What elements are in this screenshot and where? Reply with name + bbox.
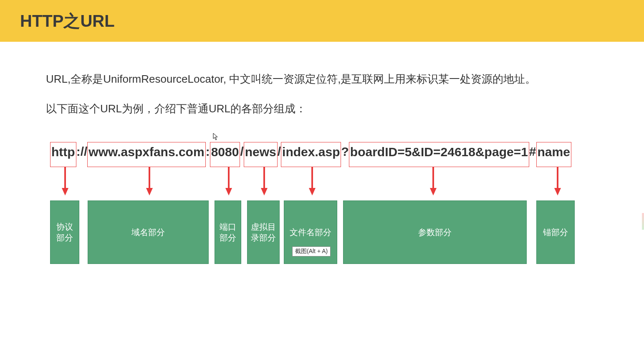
svg-marker-7 [261,188,268,195]
label-text: 协议 部分 [56,221,73,243]
svg-marker-5 [225,188,232,195]
url-protocol-box: http [50,142,76,167]
url-sep-slash2: / [278,142,281,167]
label-text: 虚拟目 录部分 [251,221,276,243]
label-text: 域名部分 [131,227,165,238]
header-bar: HTTP之URL [0,0,644,42]
url-sep-qmark: ? [341,142,349,167]
right-edge-accent [642,213,644,230]
screenshot-tooltip: 截图(Alt + A) [292,246,331,256]
url-anchor-box: name [536,142,571,167]
arrow-icon [261,167,268,196]
arrow-icon [225,167,232,196]
label-protocol: 协议 部分 [50,200,79,264]
label-text: 文件名部分 [290,227,331,238]
label-row: 协议 部分 域名部分 端口 部分 虚拟目 录部分 文件名部分 参数部分 锚部分 … [46,200,598,264]
url-sep-hash: # [529,142,536,167]
url-diagram: http://www.aspxfans.com:8080/news/index.… [46,142,598,264]
label-path: 虚拟目 录部分 [247,200,280,264]
url-sep-slash1: / [240,142,243,167]
url-sep-scheme: :// [76,142,88,167]
description-2: 以下面这个URL为例，介绍下普通URL的各部分组成： [46,101,598,117]
content-area: URL,全称是UniformResourceLocator, 中文叫统一资源定位… [0,42,644,264]
url-query-box: boardID=5&ID=24618&page=1 [349,142,529,167]
arrow-row [46,167,598,200]
label-text: 端口 部分 [220,221,236,243]
svg-marker-1 [62,188,68,195]
label-domain: 域名部分 [88,200,209,264]
label-port: 端口 部分 [215,200,241,264]
url-string: http://www.aspxfans.com:8080/news/index.… [50,142,598,167]
url-file-box: index.asp [281,142,341,167]
svg-marker-9 [309,188,316,195]
description-1: URL,全称是UniformResourceLocator, 中文叫统一资源定位… [46,71,598,87]
page-title: HTTP之URL [20,10,115,33]
url-sep-colon: : [206,142,210,167]
arrow-icon [62,167,68,196]
label-text: 锚部分 [543,227,568,238]
arrow-icon [554,167,561,196]
cursor-icon [213,133,219,142]
arrow-icon [146,167,153,196]
arrow-icon [309,167,316,196]
arrow-icon [430,167,437,196]
svg-marker-13 [554,188,561,195]
label-anchor: 锚部分 [536,200,575,264]
svg-marker-11 [430,188,437,195]
label-query: 参数部分 [343,200,527,264]
svg-marker-3 [146,188,153,195]
url-port-box: 8080 [210,142,240,167]
label-text: 参数部分 [418,227,452,238]
url-path-box: news [244,142,278,167]
url-domain-box: www.aspxfans.com [87,142,205,167]
